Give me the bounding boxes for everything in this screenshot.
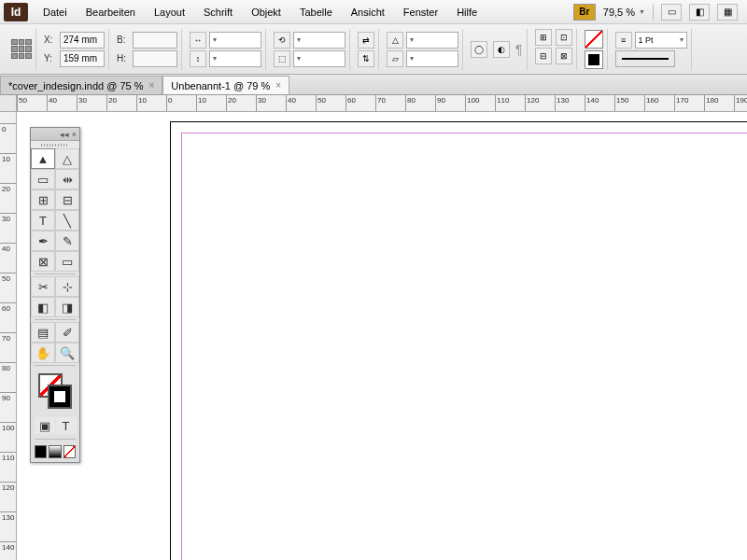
menu-fenster[interactable]: Fenster xyxy=(394,3,447,21)
y-input[interactable] xyxy=(60,50,105,67)
gap-tool[interactable]: ⇹ xyxy=(55,169,79,189)
pen-tool[interactable]: ✒ xyxy=(31,231,55,251)
collapse-icon[interactable]: ◂◂ xyxy=(60,130,69,139)
menu-ansicht[interactable]: Ansicht xyxy=(342,3,394,21)
selection-tool[interactable]: ▲ xyxy=(31,148,55,169)
screen-mode-icon[interactable]: ◧ xyxy=(689,4,710,21)
menu-objekt[interactable]: Objekt xyxy=(242,3,290,21)
menu-hilfe[interactable]: Hilfe xyxy=(447,3,486,21)
workspace-icon[interactable]: ▦ xyxy=(717,4,738,21)
pathfinder-icon-2[interactable]: ◐ xyxy=(493,41,510,58)
canvas[interactable] xyxy=(17,112,747,560)
tools-panel: ◂◂× ▲ △ ▭ ⇹ ⊞ ⊟ T ╲ ✒ ✎ ⊠ ▭ ✂ ⊹ ◧ ◨ ▤ ✐ … xyxy=(30,127,80,463)
flip-v-icon[interactable]: ⇅ xyxy=(358,50,374,67)
apply-color-icon[interactable] xyxy=(35,445,47,458)
shear-angle-icon: ▱ xyxy=(387,50,403,67)
apply-none-icon[interactable] xyxy=(63,445,76,458)
formatting-container-icon[interactable]: ▣ xyxy=(35,417,55,434)
stroke-swatch[interactable] xyxy=(585,50,603,69)
rotate-icon: ⟲ xyxy=(274,32,290,49)
x-input[interactable] xyxy=(60,32,105,49)
workspace: 0102030405060708090100110120130140 xyxy=(0,112,747,560)
stroke-weight-input[interactable]: 1 Pt xyxy=(635,32,687,49)
pathfinder-icon[interactable]: ◯ xyxy=(471,41,487,58)
rotate-angle-icon: △ xyxy=(387,32,403,49)
width-input[interactable] xyxy=(133,32,177,49)
gradient-swatch-tool[interactable]: ◧ xyxy=(31,297,55,317)
view-mode-icon[interactable]: ▭ xyxy=(661,4,682,21)
paragraph-style-icon[interactable]: ¶ xyxy=(515,42,523,57)
type-tool[interactable]: T xyxy=(31,210,55,231)
formatting-text-icon[interactable]: T xyxy=(56,417,77,434)
shear-icon: ⬚ xyxy=(274,50,290,67)
stroke-weight-icon: ≡ xyxy=(615,32,632,49)
ruler-origin[interactable] xyxy=(0,95,17,112)
free-transform-tool[interactable]: ⊹ xyxy=(55,276,79,297)
menu-datei[interactable]: Datei xyxy=(34,3,77,21)
direct-selection-tool[interactable]: △ xyxy=(55,148,79,169)
horizontal-ruler[interactable]: 5040302010010203040506070809010011012013… xyxy=(0,95,747,112)
scissors-tool[interactable]: ✂ xyxy=(31,276,55,297)
fill-stroke-swatch[interactable] xyxy=(31,368,79,414)
bridge-button[interactable]: Br xyxy=(573,4,596,21)
scale-y-input[interactable] xyxy=(209,50,261,67)
note-tool[interactable]: ▤ xyxy=(31,322,55,343)
page-margin-guide xyxy=(181,133,747,560)
panel-grip[interactable] xyxy=(31,141,79,148)
hand-tool[interactable]: ✋ xyxy=(31,343,55,363)
panel-header[interactable]: ◂◂× xyxy=(31,128,79,141)
close-icon[interactable]: × xyxy=(275,80,281,91)
control-panel: X: Y: B: H: ↔ ↕ ⟲ ⬚ ⇄ ⇅ △ ▱ ◯ ◐ ¶ ⊞ ⊟ ⊡ … xyxy=(0,24,747,75)
document-tabs: *cover_indesign.indd @ 75 %× Unbenannt-1… xyxy=(0,75,747,95)
zoom-tool[interactable]: 🔍 xyxy=(55,343,79,363)
menu-tabelle[interactable]: Tabelle xyxy=(290,3,342,21)
close-panel-icon[interactable]: × xyxy=(72,130,77,139)
shear-input[interactable] xyxy=(293,50,345,67)
w-label: B: xyxy=(117,35,130,45)
apply-gradient-icon[interactable] xyxy=(49,445,61,458)
distribute-icon-2[interactable]: ⊠ xyxy=(556,48,572,64)
scale-y-icon: ↕ xyxy=(190,50,206,67)
content-placer-tool[interactable]: ⊟ xyxy=(55,189,79,210)
menu-bar: Id Datei Bearbeiten Layout Schrift Objek… xyxy=(0,0,747,24)
align-icon-2[interactable]: ⊟ xyxy=(535,48,552,64)
height-input[interactable] xyxy=(133,50,177,67)
eyedropper-tool[interactable]: ✐ xyxy=(55,322,79,343)
zoom-dropdown[interactable]: 79,5 % xyxy=(603,7,645,18)
line-tool[interactable]: ╲ xyxy=(55,210,79,231)
h-label: H: xyxy=(117,53,130,63)
scale-x-icon: ↔ xyxy=(190,32,206,49)
stroke-style-dropdown[interactable] xyxy=(615,50,675,67)
app-logo: Id xyxy=(4,3,28,21)
reference-point[interactable] xyxy=(11,39,32,60)
stroke-color[interactable] xyxy=(48,385,72,409)
y-label: Y: xyxy=(44,53,57,63)
close-icon[interactable]: × xyxy=(148,80,154,91)
x-label: X: xyxy=(44,35,57,45)
scale-x-input[interactable] xyxy=(209,32,261,49)
page-tool[interactable]: ▭ xyxy=(31,169,55,189)
shear-angle-input[interactable] xyxy=(406,50,458,67)
content-collector-tool[interactable]: ⊞ xyxy=(31,189,55,210)
rotate-input[interactable] xyxy=(293,32,345,49)
menu-bearbeiten[interactable]: Bearbeiten xyxy=(77,3,145,21)
vertical-ruler[interactable]: 0102030405060708090100110120130140 xyxy=(0,112,17,560)
doc-tab-1[interactable]: *cover_indesign.indd @ 75 %× xyxy=(0,76,162,94)
doc-tab-2[interactable]: Unbenannt-1 @ 79 %× xyxy=(162,76,289,94)
flip-h-icon[interactable]: ⇄ xyxy=(358,32,374,49)
pencil-tool[interactable]: ✎ xyxy=(55,231,79,251)
rectangle-frame-tool[interactable]: ⊠ xyxy=(31,251,55,272)
gradient-feather-tool[interactable]: ◨ xyxy=(55,297,79,317)
menu-layout[interactable]: Layout xyxy=(145,3,194,21)
rectangle-tool[interactable]: ▭ xyxy=(55,251,79,272)
align-icon-1[interactable]: ⊞ xyxy=(535,29,552,46)
menu-schrift[interactable]: Schrift xyxy=(194,3,242,21)
distribute-icon-1[interactable]: ⊡ xyxy=(556,29,572,46)
fill-swatch[interactable] xyxy=(585,30,603,49)
angle-input[interactable] xyxy=(406,32,458,49)
